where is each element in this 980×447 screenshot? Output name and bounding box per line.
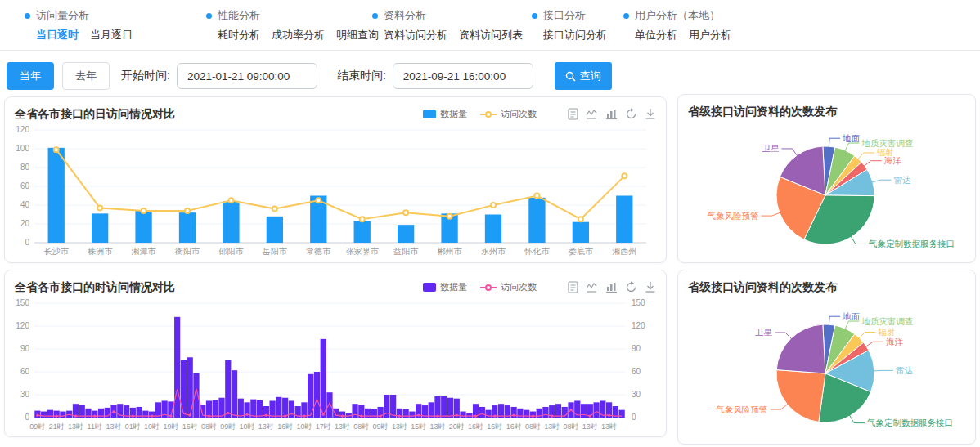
end-time-label: 结束时间:: [337, 69, 386, 83]
svg-text:娄底市: 娄底市: [569, 247, 594, 256]
panel-title: 省级接口访问资料的次数发布: [688, 105, 837, 119]
legend-data-volume[interactable]: 数据量: [423, 281, 467, 293]
nav-item-hourly-today[interactable]: 当日逐时: [36, 28, 79, 42]
daily-bar-line-chart[interactable]: 020406080100120长沙市株洲市湘潭市衡阳市邵阳市岳阳市常德市张家界市…: [5, 123, 658, 259]
access-count-pie-chart[interactable]: 地面地质灾害调查辐射海洋雷达气象定制数据服务接口气象风险预警卫星: [678, 297, 973, 440]
bullet-icon: [25, 13, 30, 19]
svg-text:120: 120: [16, 125, 29, 134]
download-icon[interactable]: [645, 281, 656, 293]
nav-item-data-access-list[interactable]: 资料访问列表: [459, 28, 523, 42]
legend-line-marker: [480, 284, 497, 292]
svg-text:30: 30: [632, 390, 641, 399]
svg-text:17时: 17时: [316, 422, 331, 431]
panel-title: 全省各市接口的日访问情况对比: [15, 107, 175, 122]
svg-text:湘西州: 湘西州: [612, 247, 636, 256]
hourly-bar-line-chart[interactable]: 0030306060909012012015015009时21时13时11时13…: [5, 297, 658, 434]
panel-title: 省级接口访问资料的次数发布: [688, 280, 837, 295]
bullet-icon: [532, 13, 537, 19]
line-chart-switch-icon[interactable]: [586, 109, 598, 120]
svg-text:08时: 08时: [564, 422, 579, 431]
svg-text:90: 90: [632, 344, 641, 353]
svg-text:地面: 地面: [842, 311, 860, 321]
nav-group-data: 资料分析 资料访问分析 资料访问列表: [372, 8, 523, 42]
start-time-label: 开始时间:: [121, 69, 170, 83]
svg-text:10时: 10时: [144, 422, 160, 431]
legend-visit-count[interactable]: 访问次数: [480, 108, 537, 120]
panel-title: 全省各市接口的时访问情况对比: [15, 280, 175, 295]
pie-panel-bottom: 省级接口访问资料的次数发布 地面地质灾害调查辐射海洋雷达气象定制数据服务接口气象…: [677, 270, 976, 445]
svg-text:16时: 16时: [468, 422, 483, 431]
nav-item-success-rate[interactable]: 成功率分析: [272, 28, 325, 42]
top-nav: 访问量分析 当日逐时 当月逐日 性能分析 耗时分析 成功率分析 明细查询 资料分…: [0, 0, 980, 51]
svg-text:15时: 15时: [411, 422, 426, 431]
legend-swatch: [423, 283, 436, 292]
search-icon: [565, 71, 576, 82]
svg-text:邵阳市: 邵阳市: [218, 247, 244, 256]
svg-text:海洋: 海洋: [884, 155, 902, 165]
svg-text:30: 30: [20, 390, 30, 399]
svg-text:辐射: 辐射: [878, 327, 895, 337]
nav-item-daily-month[interactable]: 当月逐日: [90, 28, 133, 42]
svg-text:08时: 08时: [353, 422, 369, 431]
nav-item-unit-analysis[interactable]: 单位分析: [635, 28, 677, 42]
download-icon[interactable]: [645, 108, 656, 120]
svg-text:张家界市: 张家界市: [346, 247, 380, 256]
svg-text:长沙市: 长沙市: [44, 247, 70, 256]
bar-chart-switch-icon[interactable]: [605, 282, 618, 293]
svg-text:16时: 16时: [277, 422, 293, 431]
svg-text:13时: 13时: [106, 422, 122, 431]
nav-group-performance: 性能分析 耗时分析 成功率分析 明细查询: [206, 8, 379, 42]
svg-text:60: 60: [632, 367, 641, 376]
svg-text:60: 60: [20, 367, 30, 376]
chart-toolbox: [568, 281, 656, 293]
end-time-input[interactable]: [393, 63, 533, 89]
nav-group-interface: 接口分析 接口访问分析: [532, 8, 607, 42]
legend-data-volume[interactable]: 数据量: [423, 108, 467, 120]
svg-text:0: 0: [632, 413, 636, 422]
last-year-button[interactable]: 去年: [62, 62, 110, 90]
nav-item-time-cost[interactable]: 耗时分析: [218, 28, 260, 42]
svg-text:09时: 09时: [29, 422, 45, 431]
svg-text:株洲市: 株洲市: [87, 247, 113, 256]
restore-icon[interactable]: [625, 108, 637, 120]
bullet-icon: [206, 13, 212, 19]
legend-line-marker: [480, 110, 497, 118]
svg-text:怀化市: 怀化市: [524, 247, 550, 256]
svg-text:地质灾害调查: 地质灾害调查: [861, 138, 913, 148]
restore-icon[interactable]: [625, 281, 637, 293]
svg-text:80: 80: [20, 163, 30, 172]
svg-text:21时: 21时: [49, 422, 65, 431]
access-count-pie-chart[interactable]: 地面地质灾害调查辐射海洋雷达气象定制数据服务接口气象风险预警卫星: [678, 121, 973, 260]
chart-legend: 数据量 访问次数: [423, 281, 537, 293]
svg-text:19时: 19时: [163, 422, 178, 431]
svg-text:13时: 13时: [582, 422, 598, 431]
nav-item-data-access-analysis[interactable]: 资料访问分析: [384, 28, 447, 42]
data-view-icon[interactable]: [568, 281, 578, 293]
data-view-icon[interactable]: [568, 108, 578, 120]
bullet-icon: [623, 13, 629, 19]
chart-toolbox: [568, 108, 656, 120]
svg-text:120: 120: [632, 321, 645, 330]
svg-text:气象定制数据服务接口: 气象定制数据服务接口: [866, 418, 953, 427]
start-time-input[interactable]: [177, 63, 317, 89]
svg-text:衡阳市: 衡阳市: [174, 247, 200, 256]
svg-text:60: 60: [20, 181, 30, 190]
svg-text:13时: 13时: [68, 422, 83, 431]
pie-panel-top: 省级接口访问资料的次数发布 地面地质灾害调查辐射海洋雷达气象定制数据服务接口气象…: [677, 94, 976, 263]
svg-text:卫星: 卫星: [762, 143, 780, 153]
line-chart-switch-icon[interactable]: [586, 282, 598, 293]
legend-visit-count[interactable]: 访问次数: [480, 281, 537, 293]
svg-text:08时: 08时: [201, 422, 217, 431]
this-year-button[interactable]: 当年: [7, 62, 54, 90]
svg-text:13时: 13时: [429, 422, 445, 431]
svg-text:10时: 10时: [296, 422, 312, 431]
bar-chart-switch-icon[interactable]: [605, 109, 618, 120]
nav-item-interface-access[interactable]: 接口访问分析: [543, 28, 607, 42]
hourly-chart-panel: 全省各市接口的时访问情况对比 数据量 访问次数 0030306060909: [4, 270, 667, 437]
nav-item-user-analysis[interactable]: 用户分析: [689, 28, 731, 42]
svg-text:20: 20: [20, 219, 30, 228]
svg-text:湘潭市: 湘潭市: [132, 247, 157, 256]
svg-text:卫星: 卫星: [755, 327, 773, 337]
search-button[interactable]: 查询: [555, 62, 612, 90]
svg-text:90: 90: [20, 344, 30, 353]
